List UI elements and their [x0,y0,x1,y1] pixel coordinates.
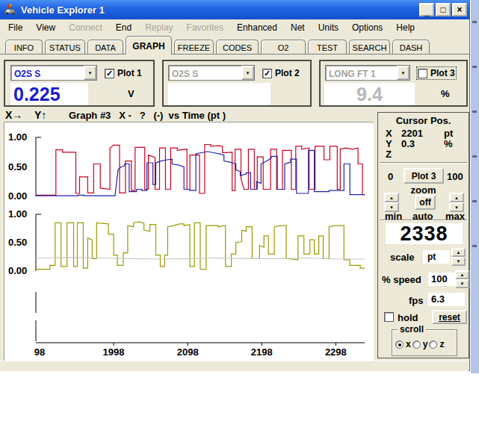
menu-help[interactable]: Help [389,21,421,34]
plot3-value: 9.4 [324,83,415,105]
speed-label: % speed [382,274,421,285]
fps-label: fps [409,295,424,306]
spin-up-icon[interactable]: ▲ [455,270,469,279]
scroll-z-radio[interactable] [429,340,437,349]
plot2-parameter-select[interactable]: O2S S ▼ [168,65,255,81]
plot3-parameter-select[interactable]: LONG FT 1 ▼ [325,65,410,81]
maximize-button[interactable]: □ [436,3,451,16]
menu-units[interactable]: Units [312,21,345,34]
cursor-pos-title: Cursor Pos. [378,115,469,126]
graph-canvas: 1.000.500.001.000.500.009819982098219822… [4,122,374,361]
plot1-checkbox[interactable]: ✓ [105,69,114,78]
menu-enhanced[interactable]: Enhanced [230,21,284,34]
tab-search[interactable]: SEARCH [349,40,390,55]
spin-down-icon[interactable]: ▼ [455,279,469,288]
graph-title: Graph #3 X - ? (-) vs Time (pt ) [69,110,226,121]
window-bottom-edge [0,361,469,371]
graph-header: X→ Y↑ Graph #3 X - ? (-) vs Time (pt ) [0,109,377,122]
plot3-checkbox[interactable] [418,69,427,78]
menu-replay: Replay [138,21,179,34]
reset-button[interactable]: reset [432,310,467,324]
svg-text:2098: 2098 [177,346,199,358]
fps-value: 6.3 [428,293,465,306]
plot2-checkbox-label: Plot 2 [275,68,300,78]
title-bar[interactable]: Vehicle Explorer 1 _ □ × [0,0,469,19]
max-spinner: ▲ ▼ [449,193,464,212]
tab-freeze[interactable]: FREEZE [174,40,214,55]
plot1-panel: O2S S ▼ ✓ Plot 1 0.225 V [4,60,155,107]
menu-view[interactable]: View [29,21,62,34]
tab-test[interactable]: TEST [308,40,347,55]
hold-checkbox[interactable] [384,312,394,322]
svg-text:0.50: 0.50 [8,161,27,172]
graph-plot-area[interactable]: 1.000.500.001.000.500.009819982098219822… [4,122,374,361]
plot2-checkbox-row: ✓ Plot 2 [262,68,300,78]
scroll-y-label: y [423,339,428,349]
range-max-value: 100 [447,171,463,182]
plot1-checkbox-label: Plot 1 [117,68,142,78]
divider [380,220,467,221]
app-window: Vehicle Explorer 1 _ □ × File View Conne… [0,0,470,371]
plot1-parameter-select[interactable]: O2S S ▼ [10,65,97,81]
spin-up-icon[interactable]: ▲ [449,193,464,202]
plot1-value: 0.225 [10,83,88,105]
scroll-x-radio[interactable] [395,340,404,349]
dropdown-arrow-icon[interactable]: ▼ [241,66,254,80]
scroll-z-label: z [439,339,444,349]
tab-info[interactable]: INFO [5,40,43,55]
divider [380,162,467,164]
minimize-button[interactable]: _ [419,3,434,16]
plot1-checkbox-row: ✓ Plot 1 [105,68,142,78]
menu-net[interactable]: Net [284,21,312,34]
menu-favorites: Favorites [180,21,230,34]
plot3-parameter-value: LONG FT 1 [326,66,397,80]
svg-text:98: 98 [34,346,45,358]
scroll-y-radio[interactable] [412,340,421,349]
range-min-value: 0 [388,171,393,182]
scroll-axis-options: x y z [395,339,444,349]
svg-text:1998: 1998 [103,346,125,358]
zoom-off-button[interactable]: off [415,195,436,210]
svg-text:2198: 2198 [251,346,273,358]
min-spinner: ▲ ▼ [384,193,399,212]
menu-bar: File View Connect End Replay Favorites E… [0,19,469,35]
tab-o2[interactable]: O2 [261,40,306,55]
cursor-y-label: Y [386,138,392,149]
menu-file[interactable]: File [1,21,29,34]
scroll-group-label: scroll [398,324,426,335]
cursor-y-value: 0.3 [401,138,415,149]
plot1-parameter-value: O2S S [11,66,84,80]
svg-text:2298: 2298 [325,346,347,358]
speed-spinner: ▲ ▼ [455,270,469,288]
spin-up-icon[interactable]: ▲ [384,193,399,202]
tab-status[interactable]: STATUS [45,40,85,55]
plot-select-button[interactable]: Plot 3 [404,168,444,184]
x-axis-direction-icon[interactable]: X→ [5,109,22,121]
plot2-parameter-value: O2S S [169,66,241,80]
cursor-y-row: Y 0.3 % [378,138,469,149]
plot3-checkbox-row: Plot 3 [418,68,455,78]
cursor-x-value: 2201 [401,128,423,139]
cursor-control-panel: Cursor Pos. X 2201 pt Y 0.3 % Z 0 Plot 3… [377,112,469,358]
menu-options[interactable]: Options [345,21,389,34]
position-readout: 2338 [386,223,463,244]
dropdown-arrow-icon[interactable]: ▼ [84,66,96,80]
tab-graph[interactable]: GRAPH [126,36,172,55]
svg-text:1.00: 1.00 [8,131,27,143]
plot2-checkbox[interactable]: ✓ [262,69,272,78]
dropdown-arrow-icon[interactable]: ▼ [397,66,410,80]
background-window-edge [471,0,479,373]
tab-codes[interactable]: CODES [216,40,259,55]
spin-down-icon[interactable]: ▼ [451,257,466,266]
menu-end[interactable]: End [109,21,138,34]
y-axis-direction-icon[interactable]: Y↑ [34,109,46,121]
close-button[interactable]: × [452,3,467,16]
plot3-panel: LONG FT 1 ▼ Plot 3 9.4 % [319,60,468,107]
speed-field[interactable]: 100 [428,273,455,286]
scale-field[interactable]: pt [423,250,450,264]
tab-dash[interactable]: DASH [392,40,430,55]
tab-data[interactable]: DATA [87,40,123,55]
cursor-y-unit: % [444,138,453,149]
plot2-panel: O2S S ▼ ✓ Plot 2 [162,60,312,107]
spin-up-icon[interactable]: ▲ [451,248,466,257]
